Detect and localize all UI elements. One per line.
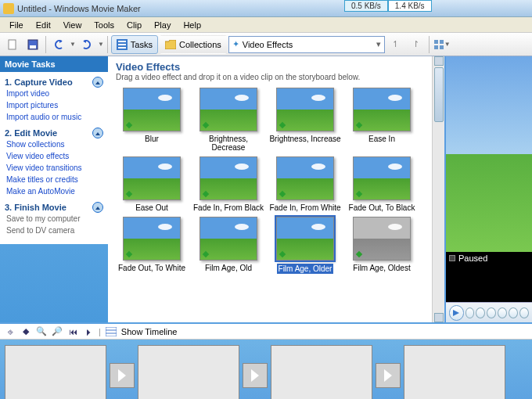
stop-button[interactable] [487, 307, 496, 318]
effect-thumb [276, 88, 334, 131]
collapse-icon[interactable] [92, 77, 103, 88]
collapse-icon[interactable] [92, 202, 103, 213]
scroll-up-arrow[interactable] [434, 56, 444, 66]
next-button[interactable] [509, 307, 518, 318]
rewind-icon[interactable]: ⏮ [67, 326, 78, 337]
scrollbar[interactable] [432, 56, 444, 322]
timeline-icon [106, 326, 117, 337]
tasks-button[interactable]: Tasks [111, 35, 158, 54]
effect-item[interactable]: Brightness, Increase [269, 88, 341, 152]
timeline-person-icon[interactable]: ◆ [20, 326, 31, 337]
effects-pane: Video Effects Drag a video effect and dr… [108, 56, 432, 322]
menu-edit[interactable]: Edit [30, 19, 57, 31]
effects-grid: BlurBrightness, DecreaseBrightness, Incr… [116, 88, 424, 274]
new-button[interactable] [3, 35, 22, 54]
menu-clip[interactable]: Clip [120, 19, 148, 31]
transition-slot[interactable] [243, 363, 268, 388]
up-button[interactable]: ↿ [386, 35, 405, 54]
clip-slot[interactable] [404, 345, 505, 399]
menu-view[interactable]: View [57, 19, 88, 31]
zoom-out-icon[interactable]: 🔎 [52, 326, 63, 337]
preview-monitor [446, 56, 532, 252]
effect-label: Fade Out, To White [116, 264, 188, 272]
effect-label: Fade In, From White [269, 203, 341, 212]
link-video-transitions[interactable]: View video transitions [5, 162, 103, 174]
folder-icon [165, 40, 176, 49]
effect-label: Brightness, Decrease [192, 135, 264, 152]
effect-thumb [276, 217, 334, 261]
star-icon: ✦ [232, 39, 239, 49]
effect-item[interactable]: Blur [116, 88, 188, 152]
link-video-effects[interactable]: View video effects [5, 150, 103, 162]
task-pane: Movie Tasks 1. Capture Video Import vide… [0, 56, 108, 322]
clip-slot[interactable] [5, 345, 106, 399]
clip-slot[interactable] [271, 345, 372, 399]
effect-item[interactable]: Ease In [346, 88, 418, 152]
nav-button[interactable]: ↾ [407, 35, 426, 54]
effect-item[interactable]: Fade In, From White [269, 156, 341, 212]
svg-rect-0 [9, 40, 16, 49]
rewind-button[interactable] [476, 307, 485, 318]
effect-item[interactable]: Fade Out, To White [116, 217, 188, 274]
menu-help[interactable]: Help [177, 19, 207, 31]
menu-tools[interactable]: Tools [88, 19, 120, 31]
preview-pane: Paused [444, 56, 532, 322]
svg-rect-5 [118, 44, 126, 45]
link-titles-credits[interactable]: Make titles or credits [5, 174, 103, 185]
link-import-audio[interactable]: Import audio or music [5, 111, 103, 123]
svg-rect-8 [440, 40, 444, 44]
effect-label: Ease In [346, 135, 418, 143]
play-button[interactable] [449, 305, 464, 321]
effect-label: Ease Out [116, 203, 188, 212]
effect-item[interactable]: Film Age, Old [192, 217, 264, 274]
transition-slot[interactable] [110, 363, 135, 388]
chevron-down-icon: ▾ [376, 39, 381, 49]
show-timeline-link[interactable]: Show Timeline [121, 327, 178, 336]
content-area: Video Effects Drag a video effect and dr… [108, 56, 532, 322]
location-dropdown[interactable]: ✦ Video Effects ▾ [228, 36, 385, 53]
undo-button[interactable] [49, 35, 68, 54]
clip-slot[interactable] [138, 345, 239, 399]
transition-slot[interactable] [376, 363, 401, 388]
effect-thumb [123, 156, 181, 200]
scroll-down-arrow[interactable] [434, 313, 444, 322]
effect-item[interactable]: Film Age, Older [269, 217, 341, 274]
forward-button[interactable] [498, 307, 507, 318]
prev-button[interactable] [466, 307, 475, 318]
effect-item[interactable]: Film Age, Oldest [346, 217, 418, 274]
views-button[interactable]: ▼ [433, 35, 451, 54]
play-timeline-icon[interactable]: ⏵ [83, 326, 94, 337]
timeline-marker-icon[interactable]: ⎆ [5, 326, 16, 337]
net-down: 0.5 KB/s [344, 0, 388, 12]
effect-item[interactable]: Ease Out [116, 156, 188, 212]
effect-label: Film Age, Older [277, 264, 334, 274]
effect-label: Brightness, Increase [269, 135, 341, 143]
collections-button[interactable]: Collections [160, 35, 227, 54]
link-import-video[interactable]: Import video [5, 88, 103, 99]
menubar: File Edit View Tools Clip Play Help [0, 17, 532, 33]
effect-label: Blur [116, 135, 188, 143]
save-button[interactable] [23, 35, 42, 54]
title-text: Untitled - Windows Movie Maker [17, 4, 141, 13]
link-send-dv[interactable]: Send to DV camera [5, 225, 103, 236]
collapse-icon[interactable] [92, 128, 103, 138]
status-icon [449, 255, 455, 261]
effect-thumb [276, 156, 334, 200]
menu-play[interactable]: Play [148, 19, 177, 31]
link-show-collections[interactable]: Show collections [5, 138, 103, 150]
zoom-in-icon[interactable]: 🔍 [36, 326, 47, 337]
menu-file[interactable]: File [3, 19, 30, 31]
storyboard[interactable] [0, 340, 532, 399]
link-import-pictures[interactable]: Import pictures [5, 99, 103, 111]
content-heading: Video Effects [116, 61, 424, 73]
link-save-computer[interactable]: Save to my computer [5, 213, 103, 225]
redo-button[interactable] [77, 35, 96, 54]
effect-item[interactable]: Brightness, Decrease [192, 88, 264, 152]
svg-rect-2 [30, 45, 36, 49]
split-button[interactable] [519, 307, 529, 318]
link-automovie[interactable]: Make an AutoMovie [5, 185, 103, 197]
scroll-thumb[interactable] [434, 67, 444, 122]
effect-item[interactable]: Fade In, From Black [192, 156, 264, 212]
titlebar: Untitled - Windows Movie Maker 0.5 KB/s … [0, 0, 532, 17]
effect-item[interactable]: Fade Out, To Black [346, 156, 418, 212]
